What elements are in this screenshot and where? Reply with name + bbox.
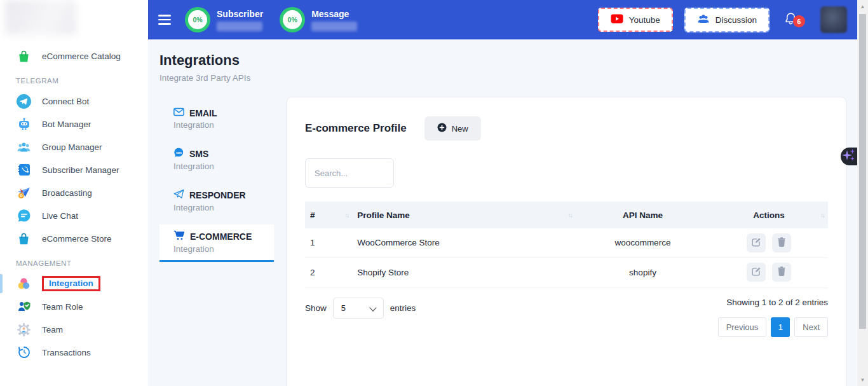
column-header-actions: Actions↑↓ — [710, 202, 828, 228]
message-stat-label: Message — [311, 9, 357, 19]
table-header-row: #↑↓ Profile Name↑↓ API Name Actions↑↓ — [305, 202, 828, 228]
main-content: Integrations Integrate 3rd Party APIs EM… — [148, 39, 857, 386]
sort-icon[interactable]: ↑↓ — [568, 212, 572, 219]
table-row: 2 Shopify Store shopify — [305, 258, 828, 287]
sidebar-item-label: Team — [42, 325, 63, 334]
page-title: Integrations — [159, 52, 857, 69]
profiles-table: #↑↓ Profile Name↑↓ API Name Actions↑↓ 1 … — [305, 202, 828, 287]
sidebar-item-bot-manager[interactable]: Bot Manager — [0, 113, 148, 135]
api-name-cell: woocommerce — [576, 228, 710, 258]
show-label: Show — [305, 303, 327, 313]
topbar: 0% Subscriber 0% Message Youtube Discuss… — [148, 0, 857, 39]
subnav-subtitle: Integration — [173, 120, 274, 130]
hamburger-icon[interactable] — [158, 15, 171, 24]
ai-assistant-button[interactable] — [841, 148, 857, 165]
page-1-button[interactable]: 1 — [771, 317, 790, 337]
next-page-button[interactable]: Next — [794, 317, 828, 337]
scroll-down-arrow-icon[interactable]: ▼ — [857, 375, 868, 385]
page-scrollbar[interactable]: ▲ ▼ — [857, 0, 868, 386]
ai-sparkles-icon — [842, 148, 856, 165]
row-number: 1 — [305, 228, 352, 258]
sidebar-item-subscriber-manager[interactable]: Subscriber Manager — [0, 158, 148, 181]
active-indicator — [0, 274, 3, 293]
youtube-icon — [611, 14, 623, 25]
sidebar-item-connect-bot[interactable]: Connect Bot — [0, 90, 148, 113]
edit-button[interactable] — [747, 233, 766, 252]
sidebar-item-label: Team Role — [42, 302, 83, 312]
subnav-title: E-COMMERCE — [190, 231, 252, 242]
envelope-icon — [173, 107, 184, 118]
subnav-item-sms[interactable]: SMS SMS Integration — [159, 142, 274, 177]
sidebar-item-group-manager[interactable]: Group Manager — [0, 135, 148, 158]
subnav-subtitle: Integration — [173, 244, 274, 254]
scroll-up-arrow-icon[interactable]: ▲ — [857, 1, 868, 11]
notification-count-badge: 6 — [793, 15, 805, 27]
sidebar-item-live-chat[interactable]: Live Chat — [0, 204, 148, 227]
store-bag-blue-icon — [16, 231, 32, 247]
sidebar-item-ecommerce-catalog[interactable]: eCommerce Catalog — [0, 45, 148, 67]
search-input[interactable] — [305, 158, 394, 188]
sort-icon[interactable]: ↑↓ — [344, 212, 348, 219]
subnav-item-responder[interactable]: RESPONDER Integration — [159, 183, 274, 219]
sidebar-item-team[interactable]: Team — [0, 318, 148, 341]
robot-icon — [16, 116, 32, 132]
chat-bubble-icon — [16, 208, 32, 224]
paper-plane-icon — [173, 189, 184, 201]
scrollbar-thumb[interactable] — [859, 14, 866, 329]
sidebar-item-label: Connect Bot — [42, 97, 89, 106]
subnav-item-ecommerce[interactable]: E-COMMERCE Integration — [159, 224, 274, 262]
chevron-down-icon — [369, 304, 376, 311]
message-progress-ring: 0% — [280, 7, 305, 32]
trash-icon — [777, 266, 786, 278]
page-subtitle: Integrate 3rd Party APIs — [159, 73, 857, 83]
subscriber-percent: 0% — [188, 10, 207, 29]
subscriber-stat: 0% Subscriber — [185, 7, 263, 32]
discussion-button[interactable]: Discussion — [684, 8, 770, 32]
sidebar-item-label: Group Manager — [42, 142, 102, 152]
previous-page-button[interactable]: Previous — [718, 317, 767, 337]
youtube-button-label: Youtube — [629, 15, 660, 25]
sidebar-item-ecommerce-store[interactable]: eCommerce Store — [0, 227, 148, 250]
subnav-subtitle: Integration — [173, 203, 274, 212]
integration-subnav: EMAIL Integration SMS SMS Integration — [159, 97, 274, 268]
delete-button[interactable] — [772, 233, 791, 252]
sidebar-item-integration[interactable]: Integration — [0, 272, 148, 295]
column-header-api-name[interactable]: API Name — [576, 202, 710, 228]
plus-circle-icon — [437, 123, 447, 134]
delete-button[interactable] — [772, 263, 791, 282]
row-number: 2 — [305, 258, 352, 287]
profile-name-cell: WooCommerce Store — [352, 228, 576, 258]
sidebar-item-label: eCommerce Catalog — [42, 52, 121, 61]
subnav-item-email[interactable]: EMAIL Integration — [159, 102, 274, 136]
column-header-num[interactable]: #↑↓ — [305, 202, 352, 228]
discussion-button-label: Discussion — [715, 15, 757, 25]
shopping-bag-green-icon — [16, 48, 32, 64]
app-logo — [5, 0, 76, 35]
message-stat: 0% Message — [280, 7, 357, 32]
contact-book-icon — [16, 162, 32, 178]
message-value-blurred — [311, 22, 357, 31]
subnav-title: RESPONDER — [189, 190, 246, 200]
sidebar-item-team-role[interactable]: Team Role — [0, 295, 148, 318]
column-header-profile-name[interactable]: Profile Name↑↓ — [352, 202, 576, 228]
card-title: E-commerce Profile — [305, 122, 407, 135]
sidebar-item-transactions[interactable]: Transactions — [0, 341, 148, 364]
message-percent: 0% — [283, 10, 302, 29]
sidebar-item-broadcasting[interactable]: Broadcasting — [0, 181, 148, 204]
youtube-button[interactable]: Youtube — [598, 8, 673, 32]
page-size-value: 5 — [341, 303, 346, 313]
showing-entries-text: Showing 1 to 2 of 2 entries — [726, 298, 828, 307]
new-profile-button[interactable]: New — [424, 116, 481, 141]
trash-icon — [777, 237, 786, 249]
sidebar-item-label: Bot Manager — [42, 120, 91, 129]
users-group-icon — [16, 139, 32, 155]
page-size-select[interactable]: 5 — [333, 298, 384, 319]
sidebar-section-telegram: TELEGRAM — [0, 77, 148, 85]
user-avatar[interactable] — [820, 6, 847, 33]
sms-bubble-icon: SMS — [173, 148, 184, 160]
notification-bell[interactable]: 6 — [781, 10, 800, 29]
edit-button[interactable] — [747, 263, 766, 282]
role-shield-icon — [16, 299, 32, 315]
sort-icon[interactable]: ↑↓ — [820, 212, 824, 219]
ecommerce-profile-card: E-commerce Profile New #↑↓ Profile Name↑… — [287, 97, 846, 386]
